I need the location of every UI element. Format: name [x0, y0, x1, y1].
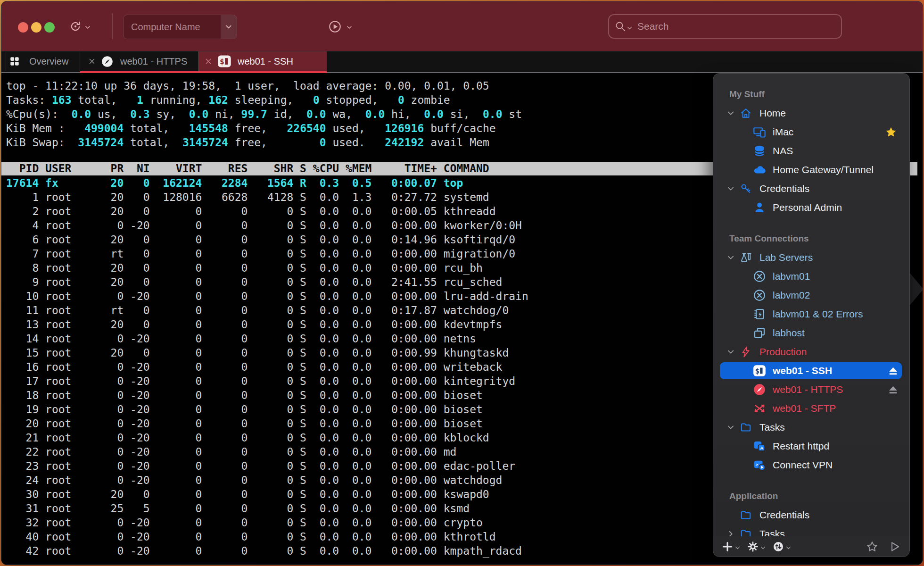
process-row: 13 root 20 0 0 0 0 S 0.0 0.0 0:00.00 kde… — [6, 317, 528, 332]
process-row: 10 root 0 -20 0 0 0 S 0.0 0.0 0:00.00 lr… — [6, 289, 528, 303]
traffic-light-zoom[interactable] — [44, 22, 55, 33]
sidebar-item-labvm01[interactable]: labvm01 — [713, 267, 909, 286]
chevron-down-icon[interactable] — [726, 348, 735, 356]
tab-web01-ssh[interactable]: $ web01 - SSH — [198, 51, 327, 71]
process-row: 2 root 20 0 0 0 0 S 0.0 0.0 0:00.05 kthr… — [6, 204, 528, 218]
chevron-down-icon[interactable] — [726, 423, 735, 432]
chevron-right-icon[interactable] — [726, 530, 735, 536]
process-row: 19 root 0 -20 0 0 0 S 0.0 0.0 0:00.00 bi… — [6, 402, 528, 416]
chevron-down-icon[interactable] — [760, 545, 766, 551]
sidebar-item-label: labvm02 — [773, 286, 810, 305]
error-log-icon — [753, 308, 766, 321]
terminal-summary-line: %Cpu(s): 0.0 us, 0.3 sy, 0.0 ni, 99.7 id… — [6, 107, 522, 121]
toolbar-divider — [112, 13, 113, 39]
sidebar-item-labvm02[interactable]: labvm02 — [713, 286, 909, 305]
sidebar-item-home[interactable]: Home — [713, 104, 909, 123]
sidebar-item-label: labvm01 — [773, 267, 810, 286]
titlebar: Computer Name — [1, 1, 923, 51]
grid-icon — [9, 56, 20, 67]
sidebar-item-credentials[interactable]: Credentials — [713, 506, 909, 524]
sidebar-item-labhost[interactable]: labhost — [713, 324, 909, 342]
sidebar-item-web01-https[interactable]: web01 - HTTPS — [713, 380, 909, 399]
traffic-light-close[interactable] — [18, 22, 28, 33]
section-header: Application — [713, 487, 909, 506]
computer-name-combobox[interactable]: Computer Name — [123, 15, 237, 39]
search-input[interactable] — [635, 20, 835, 33]
process-row: 24 root 0 -20 0 0 0 S 0.0 0.0 0:00.00 wa… — [6, 473, 528, 487]
sidebar-item-personal-admin[interactable]: Personal Admin — [713, 198, 909, 217]
sidebar-item-lab-servers[interactable]: Lab Servers — [713, 248, 909, 267]
sidebar-item-label: labvm01 & 02 Errors — [773, 305, 863, 324]
chevron-down-icon[interactable] — [627, 25, 633, 31]
key-icon — [740, 183, 752, 195]
svg-text:>: > — [756, 462, 759, 467]
remote-session-icon — [753, 289, 766, 302]
sidebar-tree: My StuffHomeiMacNASHome Gateway/TunnelCr… — [713, 74, 909, 536]
process-row: 14 root 0 -20 0 0 0 S 0.0 0.0 0:00.00 ne… — [6, 332, 528, 346]
sidebar-item-credentials[interactable]: Credentials — [713, 179, 909, 198]
compass-icon — [753, 383, 766, 396]
panel-toolbar — [713, 536, 909, 557]
process-row: 30 root 20 0 0 0 0 S 0.0 0.0 0:00.00 ksw… — [6, 487, 528, 501]
sync-button[interactable] — [773, 541, 784, 552]
eject-disconnect-button[interactable] — [887, 384, 899, 396]
process-row: 4 root 0 -20 0 0 0 S 0.0 0.0 0:00.00 kwo… — [6, 218, 528, 233]
tab-web01-https[interactable]: web01 - HTTPS — [80, 51, 198, 71]
sidebar-item-nas[interactable]: NAS — [713, 142, 909, 160]
chevron-down-icon[interactable] — [785, 545, 792, 551]
chevron-down-icon[interactable] — [726, 253, 735, 262]
process-row: 8 root 20 0 0 0 0 S 0.0 0.0 0:00.00 rcu_… — [6, 261, 528, 275]
sidebar-item-tasks[interactable]: Tasks — [713, 524, 909, 536]
sidebar-item-label: Restart httpd — [773, 437, 829, 456]
sidebar-item-label: Home Gateway/Tunnel — [773, 160, 874, 179]
eject-disconnect-button[interactable] — [887, 365, 899, 377]
combobox-chevron[interactable] — [221, 15, 237, 39]
lightning-icon — [740, 346, 752, 358]
sidebar-panel: My StuffHomeiMacNASHome Gateway/TunnelCr… — [713, 73, 910, 557]
reconnect-icon[interactable] — [69, 20, 82, 33]
connect-button[interactable] — [889, 541, 901, 553]
chevron-down-icon[interactable] — [84, 24, 91, 31]
computer-name-placeholder: Computer Name — [124, 22, 221, 33]
sidebar-item-label: Home — [759, 104, 786, 123]
close-icon[interactable] — [204, 57, 213, 66]
chevron-down-icon[interactable] — [346, 24, 353, 31]
process-row: 40 root 0 -20 0 0 0 S 0.0 0.0 0:00.00 kt… — [6, 530, 528, 544]
chevron-down-icon[interactable] — [726, 109, 735, 117]
traffic-light-minimize[interactable] — [31, 22, 41, 33]
sidebar-item-labvm01-02-errors[interactable]: labvm01 & 02 Errors — [713, 305, 909, 324]
sidebar-item-label: Credentials — [759, 506, 809, 524]
sidebar-item-label: web01 - HTTPS — [773, 380, 843, 399]
vpn-task-icon: > — [753, 458, 766, 472]
favorites-filter-button[interactable] — [866, 541, 878, 553]
sidebar-item-web01-ssh[interactable]: $web01 - SSH — [713, 361, 909, 380]
close-icon[interactable] — [88, 57, 96, 66]
chevron-down-icon[interactable] — [734, 545, 741, 551]
desktop: { "titlebar": { "computer_name_placehold… — [0, 0, 924, 566]
process-row: 18 root 0 -20 0 0 0 S 0.0 0.0 0:00.00 bi… — [6, 388, 528, 402]
sidebar-item-web01-sftp[interactable]: web01 - SFTP — [713, 399, 909, 418]
search-field[interactable] — [608, 14, 842, 39]
sidebar-section: Team ConnectionsLab Serverslabvm01labvm0… — [713, 229, 909, 474]
process-row: 32 root 0 -20 0 0 0 S 0.0 0.0 0:00.00 cr… — [6, 516, 528, 530]
sidebar-item-restart-httpd[interactable]: ARestart httpd — [713, 437, 909, 456]
sidebar-item-imac[interactable]: iMac — [713, 123, 909, 142]
process-row: 9 root 20 0 0 0 0 S 0.0 0.0 2:41.55 rcu_… — [6, 275, 528, 289]
app-task-icon: A — [753, 440, 766, 453]
tab-overview[interactable]: Overview — [6, 51, 80, 71]
sidebar-item-production[interactable]: Production — [713, 342, 909, 361]
tab-label: Overview — [29, 56, 68, 67]
sidebar-item-home-gateway-tunnel[interactable]: Home Gateway/Tunnel — [713, 160, 909, 179]
favorite-star-icon[interactable] — [885, 126, 897, 138]
sidebar-section: My StuffHomeiMacNASHome Gateway/TunnelCr… — [713, 85, 909, 217]
sidebar-item-label: Production — [759, 342, 807, 361]
settings-gear-button[interactable] — [747, 541, 759, 552]
connect-play-button[interactable] — [329, 20, 341, 33]
process-row: 20 root 0 -20 0 0 0 S 0.0 0.0 0:00.00 bi… — [6, 416, 528, 431]
add-button[interactable] — [722, 541, 733, 552]
chevron-down-icon[interactable] — [726, 184, 735, 193]
folder-icon — [740, 509, 752, 521]
chevron-down-icon — [225, 23, 232, 31]
sidebar-item-connect-vpn[interactable]: >Connect VPN — [713, 456, 909, 474]
sidebar-item-tasks[interactable]: Tasks — [713, 418, 909, 437]
